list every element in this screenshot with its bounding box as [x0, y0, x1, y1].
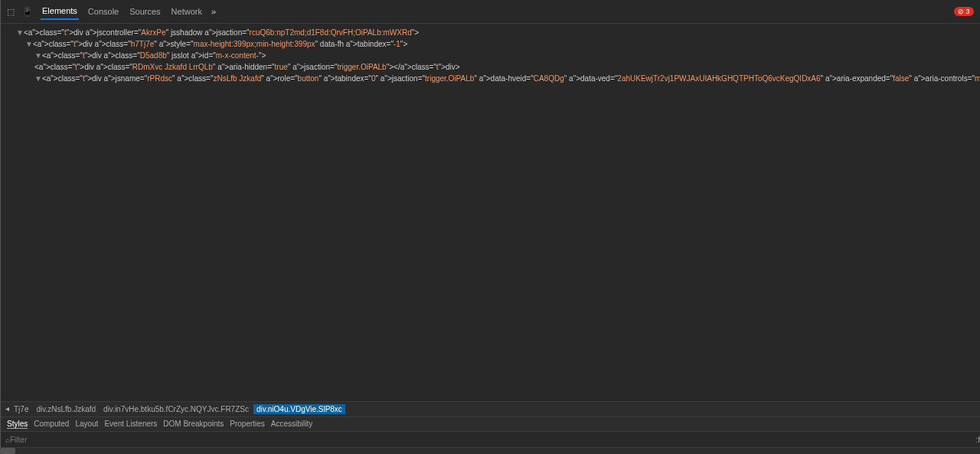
styles-tab[interactable]: Properties — [230, 420, 265, 429]
filter-input[interactable] — [10, 436, 973, 444]
devtools-panel: ⬚ 📱 Elements Console Sources Network » ⊘… — [0, 0, 980, 454]
dt-tab-elements[interactable]: Elements — [41, 3, 79, 20]
dt-tab-sources[interactable]: Sources — [128, 4, 162, 19]
styles-tab[interactable]: DOM Breakpoints — [163, 420, 224, 429]
hov-toggle[interactable]: :hov — [976, 436, 980, 444]
styles-tab[interactable]: Accessibility — [271, 420, 312, 429]
error-badge[interactable]: ⊘ 3 — [954, 7, 974, 16]
styles-tab[interactable]: Styles — [7, 420, 28, 429]
scrollbar[interactable] — [0, 448, 980, 454]
dt-more-tabs[interactable]: » — [211, 7, 216, 16]
device-icon[interactable]: 📱 — [22, 7, 33, 17]
breadcrumbs[interactable]: ◂ Tj7e div.zNsLfb.Jzkafd div.in7vHe.btku… — [1, 401, 980, 416]
styles-tab[interactable]: Layout — [75, 420, 98, 429]
devtools-toolbar: ⬚ 📱 Elements Console Sources Network » ⊘… — [1, 0, 980, 24]
dt-tab-network[interactable]: Network — [170, 4, 204, 19]
styles-tab[interactable]: Computed — [34, 420, 69, 429]
inspect-icon[interactable]: ⬚ — [7, 7, 15, 17]
dt-tab-console[interactable]: Console — [87, 4, 120, 19]
dom-tree[interactable]: ▼<a">class="t">div a">jscontroller="Akrx… — [1, 24, 980, 401]
styles-tab[interactable]: Event Listeners — [104, 420, 157, 429]
styles-filter: ⌕ :hov ＋ ▦ ⤢ — [1, 431, 980, 448]
styles-tabs: Styles Computed Layout Event Listeners D… — [1, 416, 980, 431]
